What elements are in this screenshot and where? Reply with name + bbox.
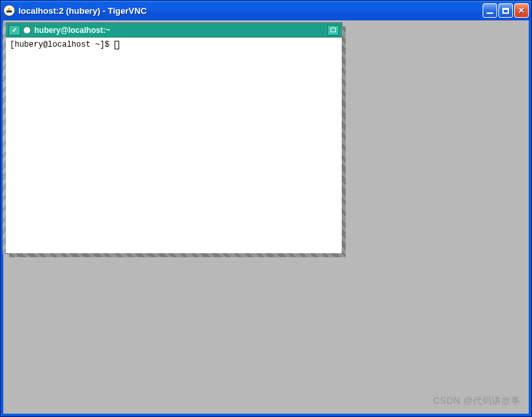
terminal-tab-indicator[interactable]: ✓	[9, 25, 20, 36]
maximize-button[interactable]	[498, 3, 513, 18]
svg-rect-1	[7, 11, 13, 12]
terminal-cursor	[115, 41, 119, 49]
terminal-prompt: [hubery@localhost ~]$	[10, 40, 114, 49]
close-button[interactable]: ✕	[514, 3, 529, 18]
terminal-icon	[23, 26, 31, 34]
window-controls: ✕	[483, 3, 529, 18]
terminal-title: hubery@localhost:~	[34, 26, 327, 35]
minimize-button[interactable]	[483, 3, 497, 18]
remote-desktop-area[interactable]: ✓ hubery@localhost:~ [hubery@localhost ~…	[3, 20, 529, 414]
app-icon	[3, 5, 15, 16]
terminal-maximize-button[interactable]	[327, 25, 339, 36]
vnc-window: localhost:2 (hubery) - TigerVNC ✕ ✓ hube…	[0, 0, 532, 417]
terminal-titlebar[interactable]: ✓ hubery@localhost:~	[6, 23, 342, 37]
window-title: localhost:2 (hubery) - TigerVNC	[18, 6, 483, 16]
terminal-body[interactable]: [hubery@localhost ~]$	[6, 37, 342, 253]
terminal-window[interactable]: ✓ hubery@localhost:~ [hubery@localhost ~…	[6, 23, 342, 253]
watermark-text: CSDN @代码讲故事	[433, 395, 521, 407]
window-titlebar[interactable]: localhost:2 (hubery) - TigerVNC ✕	[1, 1, 531, 20]
